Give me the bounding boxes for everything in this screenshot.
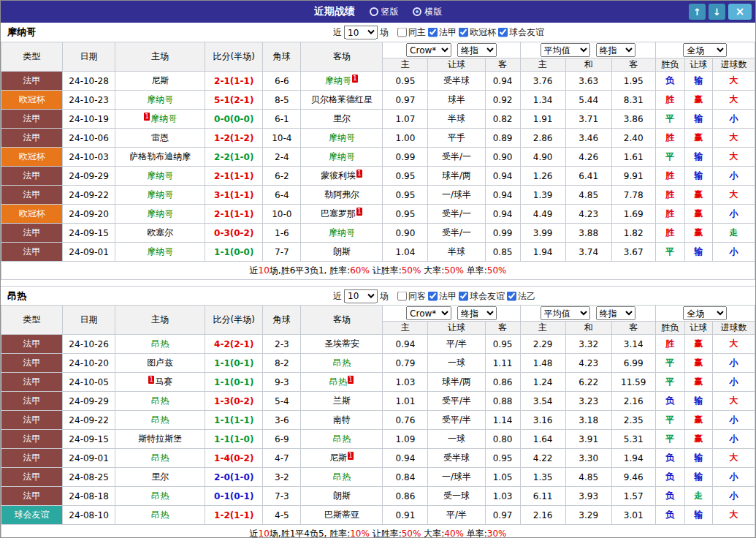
match-score[interactable]: 1-2(1-1) bbox=[205, 506, 263, 525]
match-score[interactable]: 0-3(0-2) bbox=[205, 224, 263, 243]
filter-ligue2[interactable]: 法乙 bbox=[507, 289, 535, 302]
recent-count-select[interactable]: 10 bbox=[344, 26, 378, 39]
team-name[interactable]: 摩纳哥 bbox=[147, 208, 173, 219]
asian-stage-select[interactable]: 终指 bbox=[457, 43, 497, 57]
team-name[interactable]: 尼斯 bbox=[329, 452, 347, 463]
red-card-badge: 1 bbox=[144, 113, 150, 121]
team-name[interactable]: 昂热 bbox=[333, 357, 351, 368]
team-name[interactable]: 图卢兹 bbox=[147, 357, 173, 368]
match-score[interactable]: 2-0(1-0) bbox=[205, 468, 263, 487]
team-name[interactable]: 摩纳哥 bbox=[147, 170, 173, 181]
match-score[interactable]: 2-2(1-0) bbox=[205, 148, 263, 167]
team-name[interactable]: 昂热 bbox=[151, 509, 169, 520]
team-name[interactable]: 兰斯 bbox=[333, 395, 351, 406]
team-name[interactable]: 摩纳哥 bbox=[329, 132, 355, 143]
team-name[interactable]: 摩纳哥 bbox=[150, 113, 177, 124]
team-name[interactable]: 贝尔格莱德红星 bbox=[311, 94, 373, 105]
euro-source-select[interactable]: 平均值 bbox=[541, 43, 590, 57]
match-score[interactable]: 2-1(1-1) bbox=[205, 167, 263, 186]
team-name[interactable]: 昂热 bbox=[151, 414, 169, 425]
filter-same-away[interactable]: 同客 bbox=[397, 289, 426, 302]
euro-stage-select[interactable]: 终指 bbox=[596, 306, 635, 320]
team-name[interactable]: 昂热 bbox=[333, 433, 351, 444]
scope-select[interactable]: 全场 bbox=[683, 43, 727, 57]
filter-ligue1[interactable]: 法甲 bbox=[428, 289, 457, 302]
col-result-handicap: 让球 bbox=[684, 322, 712, 335]
bookmaker-select[interactable]: Crow* bbox=[406, 43, 451, 57]
team-name[interactable]: 尼斯 bbox=[151, 75, 169, 86]
champions-league-checkbox[interactable] bbox=[459, 28, 468, 37]
team-name[interactable]: 昂热 bbox=[151, 452, 169, 463]
bookmaker-select[interactable]: Crow* bbox=[406, 306, 451, 320]
team-name[interactable]: 摩纳哥 bbox=[329, 227, 355, 238]
team-name[interactable]: 蒙彼利埃 bbox=[321, 170, 356, 181]
euro-stage-select[interactable]: 终指 bbox=[596, 43, 635, 57]
team-name[interactable]: 昂热 bbox=[151, 395, 169, 406]
team-name[interactable]: 昂热 bbox=[151, 338, 169, 349]
scope-select[interactable]: 全场 bbox=[683, 306, 727, 320]
team-name[interactable]: 摩纳哥 bbox=[329, 151, 355, 162]
team-name[interactable]: 摩纳哥 bbox=[325, 75, 351, 86]
euro-odds-home: 3.54 bbox=[520, 392, 565, 411]
move-down-button[interactable]: ↓ bbox=[709, 4, 725, 20]
club-friendly-checkbox[interactable] bbox=[459, 291, 468, 300]
team-name[interactable]: 昂热 bbox=[329, 376, 347, 387]
result-goals: 大 bbox=[712, 129, 755, 148]
team-name[interactable]: 摩纳哥 bbox=[147, 189, 173, 200]
team-name[interactable]: 雷恩 bbox=[151, 132, 169, 143]
asian-odds-home: 0.90 bbox=[383, 224, 428, 243]
ligue1-checkbox[interactable] bbox=[428, 28, 438, 37]
team-name[interactable]: 里尔 bbox=[151, 471, 169, 482]
match-score[interactable]: 4-2(2-1) bbox=[205, 335, 263, 354]
club-friendly-checkbox[interactable] bbox=[498, 28, 508, 37]
team-name[interactable]: 巴斯蒂亚 bbox=[324, 509, 359, 520]
match-score[interactable]: 1-1(0-1) bbox=[205, 373, 263, 392]
team-name[interactable]: 欧塞尔 bbox=[147, 227, 173, 238]
horizontal-layout-radio[interactable]: 横版 bbox=[413, 7, 442, 17]
filter-club-friendly[interactable]: 球会友谊 bbox=[459, 289, 505, 302]
move-up-button[interactable]: ↑ bbox=[689, 4, 706, 20]
team-name[interactable]: 圣埃蒂安 bbox=[324, 338, 359, 349]
match-score[interactable]: 0-0(0-0) bbox=[205, 110, 263, 129]
team-name[interactable]: 勒阿弗尔 bbox=[324, 189, 359, 200]
team-name[interactable]: 斯特拉斯堡 bbox=[138, 433, 182, 444]
filter-ligue1[interactable]: 法甲 bbox=[428, 26, 457, 39]
team-name[interactable]: 南特 bbox=[333, 414, 351, 425]
filter-champions-league[interactable]: 欧冠杯 bbox=[459, 26, 496, 39]
match-score[interactable]: 1-1(0-1) bbox=[205, 354, 263, 373]
team-name[interactable]: 昂热 bbox=[333, 471, 351, 482]
euro-source-select[interactable]: 平均值 bbox=[541, 306, 590, 320]
team-name[interactable]: 里尔 bbox=[333, 113, 351, 124]
team-name[interactable]: 萨格勒布迪纳摩 bbox=[129, 151, 191, 162]
team-name[interactable]: 朗斯 bbox=[333, 490, 351, 501]
asian-stage-select[interactable]: 终指 bbox=[457, 306, 497, 320]
filter-same-home[interactable]: 同主 bbox=[397, 26, 426, 39]
ligue2-checkbox[interactable] bbox=[507, 291, 516, 300]
match-score[interactable]: 2-1(1-1) bbox=[205, 205, 263, 224]
team-name[interactable]: 摩纳哥 bbox=[147, 246, 173, 257]
match-score[interactable]: 1-1(1-1) bbox=[205, 411, 263, 430]
match-score[interactable]: 1-3(0-2) bbox=[205, 392, 263, 411]
team-name[interactable]: 摩纳哥 bbox=[147, 94, 173, 105]
same-away-checkbox[interactable] bbox=[397, 291, 407, 300]
filter-club-friendly[interactable]: 球会友谊 bbox=[498, 26, 544, 39]
close-button[interactable]: × bbox=[728, 4, 752, 20]
team-name[interactable]: 巴塞罗那 bbox=[321, 208, 356, 219]
match-score[interactable]: 1-1(1-0) bbox=[205, 430, 263, 449]
same-home-checkbox[interactable] bbox=[397, 28, 407, 37]
ligue1-checkbox[interactable] bbox=[428, 291, 438, 300]
match-score[interactable]: 1-1(0-0) bbox=[205, 243, 263, 262]
match-score[interactable]: 0-1(0-1) bbox=[205, 487, 263, 506]
match-score[interactable]: 1-2(1-2) bbox=[205, 129, 263, 148]
match-score[interactable]: 5-1(2-1) bbox=[205, 91, 263, 110]
match-score[interactable]: 1-4(0-2) bbox=[205, 449, 263, 468]
home-team-cell: 摩纳哥 bbox=[115, 91, 205, 110]
team-name[interactable]: 马赛 bbox=[155, 376, 172, 387]
recent-count-select[interactable]: 10 bbox=[344, 289, 378, 303]
team-name[interactable]: 昂热 bbox=[151, 490, 169, 501]
match-score[interactable]: 3-1(1-1) bbox=[205, 186, 263, 205]
team-name[interactable]: 朗斯 bbox=[333, 246, 351, 257]
match-row: 法甲24-10-26昂热4-2(2-1)2-3圣埃蒂安0.94平/半0.952.… bbox=[1, 335, 755, 354]
vertical-layout-radio[interactable]: 竖版 bbox=[370, 7, 399, 17]
match-score[interactable]: 2-1(1-1) bbox=[205, 72, 263, 91]
